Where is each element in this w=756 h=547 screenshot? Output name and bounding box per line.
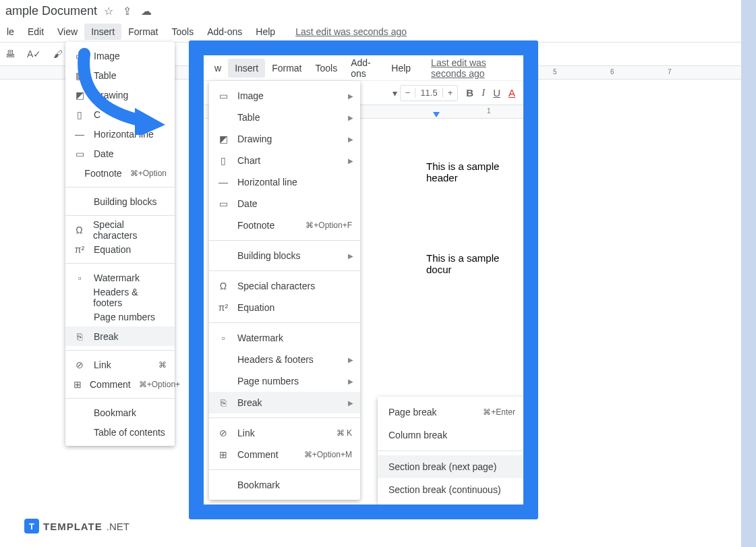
- ov-mi-hline[interactable]: —Horizontal line: [209, 171, 360, 193]
- italic-button[interactable]: I: [482, 87, 485, 98]
- header-text: This is a sample header: [426, 161, 523, 183]
- bg-insert-dropdown: ▭Image ▦Table ◩Drawing ▯C —Horizontal li…: [65, 42, 175, 446]
- ov-mi-blocks[interactable]: Building blocks▶: [209, 245, 360, 266]
- chart-icon: ▯: [217, 154, 229, 167]
- sm-section-next[interactable]: Section break (next page): [378, 455, 523, 478]
- menu-tools[interactable]: Tools: [165, 24, 200, 40]
- ov-menu-tools[interactable]: Tools: [308, 59, 344, 78]
- mi-footnote[interactable]: Footnote⌘+Option: [65, 163, 175, 183]
- ruler-mark: 7: [668, 68, 672, 76]
- image-icon: ▭: [74, 50, 86, 62]
- ov-mi-hf[interactable]: Headers & footers▶: [209, 349, 360, 370]
- mi-watermark[interactable]: ▫Watermark: [65, 268, 175, 287]
- ov-mi-link[interactable]: ⊘Link⌘ K: [209, 422, 360, 444]
- menu-insert[interactable]: Insert: [84, 24, 121, 40]
- date-icon: ▭: [74, 148, 86, 160]
- hline-icon: —: [74, 128, 86, 140]
- ov-mi-image[interactable]: ▭Image▶: [209, 85, 360, 107]
- ov-mi-bookmark[interactable]: Bookmark: [209, 474, 360, 496]
- ov-mi-equation[interactable]: π²Equation: [209, 297, 360, 318]
- omega-icon: Ω: [74, 224, 85, 236]
- menu-format[interactable]: Format: [121, 24, 165, 40]
- font-size-value[interactable]: 11.5: [415, 88, 442, 98]
- ov-mi-drawing[interactable]: ◩Drawing▶: [209, 128, 360, 150]
- mi-image[interactable]: ▭Image: [65, 46, 175, 65]
- link-icon: ⊘: [217, 427, 229, 439]
- bg-menubar: le Edit View Insert Format Tools Add-ons…: [0, 22, 741, 42]
- image-icon: ▭: [217, 90, 229, 102]
- text-color-button[interactable]: A: [508, 87, 515, 98]
- mi-special[interactable]: ΩSpecial characters: [65, 220, 175, 239]
- ov-mi-break[interactable]: ⎘Break▶: [209, 392, 360, 413]
- watermark-brand: TEMPLATE: [43, 521, 103, 532]
- last-edit-link[interactable]: Last edit was seconds ago: [289, 24, 413, 40]
- indent-marker-icon[interactable]: [433, 112, 440, 117]
- mi-link[interactable]: ⊘Link⌘: [65, 355, 175, 374]
- mi-pn[interactable]: Page numbers: [65, 307, 175, 326]
- ov-mi-chart[interactable]: ▯Chart▶: [209, 150, 360, 171]
- ruler-mark: 6: [610, 68, 614, 76]
- sm-page-break[interactable]: Page break⌘+Enter: [378, 401, 523, 424]
- watermark-icon: ▫: [217, 332, 229, 344]
- mi-toc[interactable]: Table of contents: [65, 422, 175, 442]
- menu-edit[interactable]: Edit: [21, 24, 51, 40]
- ruler-mark: 5: [553, 68, 557, 76]
- ov-menubar: w Insert Format Tools Add-ons Help Last …: [204, 55, 523, 81]
- ov-mi-watermark[interactable]: ▫Watermark: [209, 327, 360, 349]
- watermark-suffix: .NET: [107, 521, 129, 532]
- link-icon: ⊘: [74, 359, 86, 371]
- sm-column-break[interactable]: Column break: [378, 424, 523, 447]
- mi-blocks[interactable]: Building blocks: [65, 192, 175, 211]
- watermark-icon: ▫: [74, 272, 86, 284]
- ov-menu-addons[interactable]: Add-ons: [344, 55, 384, 83]
- font-size-minus[interactable]: −: [401, 88, 415, 98]
- paint-format-icon[interactable]: 🖌: [53, 49, 63, 59]
- ov-mi-date[interactable]: ▭Date: [209, 193, 360, 214]
- break-submenu: Page break⌘+Enter Column break Section b…: [378, 397, 523, 505]
- sm-section-cont[interactable]: Section break (continuous): [378, 478, 523, 501]
- font-size-box: − 11.5 +: [400, 85, 459, 101]
- print-icon[interactable]: 🖶: [5, 49, 15, 59]
- mi-hline[interactable]: —Horizontal line: [65, 124, 175, 144]
- ov-mi-table[interactable]: Table▶: [209, 107, 360, 128]
- hline-icon: —: [217, 176, 229, 188]
- mi-break[interactable]: ⎘Break: [65, 326, 175, 346]
- font-size-plus[interactable]: +: [443, 88, 458, 98]
- menu-view[interactable]: View: [51, 24, 84, 40]
- ov-mi-special[interactable]: ΩSpecial characters: [209, 275, 360, 297]
- mi-table[interactable]: ▦Table: [65, 65, 175, 85]
- mi-comment[interactable]: ⊞Comment⌘+Option+: [65, 374, 175, 394]
- cloud-icon[interactable]: ☁: [141, 5, 152, 18]
- menu-file[interactable]: le: [0, 24, 21, 40]
- menu-help[interactable]: Help: [249, 24, 282, 40]
- mi-equation[interactable]: π²Equation: [65, 239, 175, 259]
- break-icon: ⎘: [74, 330, 86, 343]
- bold-button[interactable]: B: [466, 87, 473, 98]
- ov-mi-comment[interactable]: ⊞Comment⌘+Option+M: [209, 444, 360, 465]
- menu-stub: w: [208, 59, 228, 78]
- mi-drawing[interactable]: ◩Drawing: [65, 85, 175, 105]
- menu-addons[interactable]: Add-ons: [200, 24, 249, 40]
- ov-menu-format[interactable]: Format: [265, 59, 308, 78]
- date-icon: ▭: [217, 198, 229, 210]
- chart-icon: ▯: [74, 109, 86, 121]
- mi-hf[interactable]: Headers & footers: [65, 287, 175, 307]
- break-icon: ⎘: [217, 397, 229, 409]
- watermark-logo-icon: T: [24, 519, 39, 534]
- mi-bookmark[interactable]: Bookmark: [65, 403, 175, 422]
- spellcheck-icon[interactable]: A✓: [27, 49, 41, 59]
- star-icon[interactable]: ☆: [104, 5, 113, 18]
- doc-title[interactable]: ample Document: [5, 4, 97, 18]
- move-icon[interactable]: ⇪: [123, 5, 132, 18]
- underline-button[interactable]: U: [493, 87, 500, 98]
- ov-mi-footnote[interactable]: Footnote⌘+Option+F: [209, 214, 360, 236]
- ov-last-edit[interactable]: Last edit was seconds ago: [424, 55, 523, 83]
- ov-menu-help[interactable]: Help: [384, 59, 417, 78]
- ov-menu-insert[interactable]: Insert: [228, 59, 265, 78]
- mi-date[interactable]: ▭Date: [65, 144, 175, 163]
- ov-mi-pn[interactable]: Page numbers▶: [209, 370, 360, 392]
- mi-chart[interactable]: ▯C: [65, 105, 175, 124]
- comment-icon: ⊞: [74, 378, 82, 391]
- font-dropdown-icon[interactable]: ▾: [392, 88, 397, 98]
- omega-icon: Ω: [217, 280, 229, 292]
